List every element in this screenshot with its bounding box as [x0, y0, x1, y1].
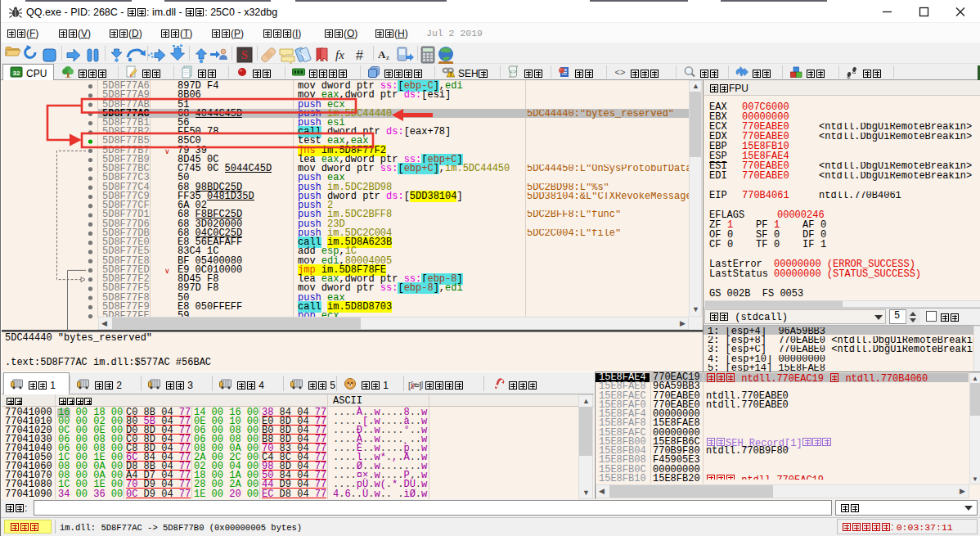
svg-text:fx: fx	[335, 48, 344, 61]
svg-text:A: A	[378, 48, 386, 61]
svg-text:32: 32	[13, 70, 20, 77]
svg-text:!: !	[450, 71, 452, 77]
svg-text:#: #	[356, 48, 363, 62]
svg-text:S: S	[241, 49, 248, 61]
svg-text:<>: <>	[615, 67, 626, 77]
svg-text:z: z	[386, 53, 389, 61]
svg-text:<>: <>	[510, 69, 516, 75]
